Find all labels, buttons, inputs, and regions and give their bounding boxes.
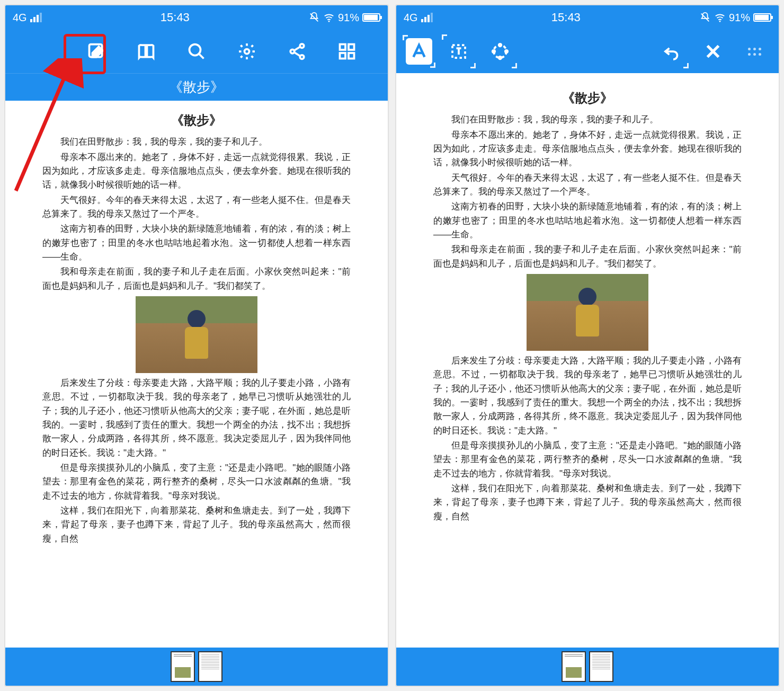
phone-left: 4G 15:43 91% (4, 4, 389, 687)
svg-point-16 (505, 50, 508, 53)
doc-heading: 《散步》 (42, 110, 351, 130)
signal-icon (421, 13, 433, 22)
svg-point-18 (493, 50, 495, 53)
mute-icon (699, 12, 711, 23)
svg-point-0 (328, 21, 330, 22)
doc-heading: 《散步》 (433, 88, 742, 108)
text-a-icon (409, 42, 429, 61)
grid-icon (337, 42, 357, 61)
svg-rect-9 (340, 53, 346, 59)
doc-para: 天气很好。今年的春天来得太迟，太迟了，有一些老人挺不住。但是春天总算来了。我的母… (433, 171, 742, 199)
doc-para: 母亲本不愿出来的。她老了，身体不好，走远一点就觉得很累。我说，正因为如此，才应该… (42, 150, 351, 192)
document-view[interactable]: 《散步》 我们在田野散步：我，我的母亲，我的妻子和儿子。 母亲本不愿出来的。她老… (5, 101, 388, 648)
thumb-page-2[interactable] (589, 651, 613, 682)
svg-point-3 (244, 49, 249, 54)
battery-icon (362, 13, 380, 22)
doc-para: 我们在田野散步：我，我的母亲，我的妻子和儿子。 (433, 113, 742, 127)
doc-para: 母亲本不愿出来的。她老了，身体不好，走远一点就觉得很累。我说，正因为如此，才应该… (433, 128, 742, 170)
undo-icon (662, 42, 681, 61)
page-thumbnails (5, 648, 388, 686)
doc-para: 这南方初春的田野，大块小块的新绿随意地铺着，有的浓，有的淡；树上的嫩芽也密了；田… (42, 222, 351, 264)
doc-para: 我和母亲走在前面，我的妻子和儿子走在后面。小家伙突然叫起来："前面也是妈妈和儿子… (42, 265, 351, 293)
textbox-icon (449, 42, 468, 61)
close-icon (703, 42, 723, 61)
svg-point-15 (499, 44, 502, 47)
annotation-toolbar (396, 30, 779, 73)
drag-handle[interactable] (740, 37, 769, 66)
doc-para: 这南方初春的田野，大块小块的新绿随意地铺着，有的浓，有的淡；树上的嫩芽也密了；田… (433, 200, 742, 242)
doc-para: 我们在田野散步：我，我的母亲，我的妻子和儿子。 (42, 135, 351, 149)
drag-icon (748, 48, 761, 56)
phone-right: 4G 15:43 91% (395, 4, 780, 687)
search-button[interactable] (182, 37, 211, 66)
network-label: 4G (404, 12, 418, 24)
signal-icon (30, 13, 42, 22)
battery-pct: 91% (338, 12, 359, 24)
text-tool-button[interactable] (406, 38, 432, 65)
gear-icon (237, 42, 256, 61)
doc-image (527, 274, 648, 351)
svg-rect-7 (340, 45, 346, 50)
status-bar: 4G 15:43 91% (396, 5, 779, 30)
textbox-tool-button[interactable] (444, 37, 474, 66)
battery-icon (753, 13, 771, 22)
svg-point-17 (499, 57, 502, 59)
document-title: 《散步》 (169, 78, 224, 96)
edit-icon (87, 42, 106, 61)
doc-para: 这样，我们在阳光下，向着那菜花、桑树和鱼塘走去。到了一处，我蹲下来，背起了母亲，… (433, 482, 742, 524)
wifi-icon (714, 12, 726, 23)
close-button[interactable] (698, 37, 728, 66)
svg-rect-8 (349, 45, 354, 50)
main-toolbar (5, 30, 388, 73)
svg-rect-10 (349, 53, 354, 59)
doc-image (136, 296, 257, 373)
clock: 15:43 (161, 11, 190, 24)
book-open-icon (137, 42, 156, 61)
doc-para: 我和母亲走在前面，我的妻子和儿子走在后面。小家伙突然叫起来："前面也是妈妈和儿子… (433, 243, 742, 271)
doc-para: 后来发生了分歧：母亲要走大路，大路平顺；我的儿子要走小路，小路有意思。不过，一切… (42, 376, 351, 460)
network-label: 4G (13, 12, 27, 24)
page-thumbnails (396, 648, 779, 686)
share-icon (288, 42, 307, 61)
doc-para: 这样，我们在阳光下，向着那菜花、桑树和鱼塘走去。到了一处，我蹲下来，背起了母亲，… (42, 504, 351, 546)
share-button[interactable] (282, 37, 312, 66)
doc-para: 天气很好。今年的春天来得太迟，太迟了，有一些老人挺不住。但是春天总算来了。我的母… (42, 193, 351, 222)
reading-button[interactable] (131, 37, 161, 66)
doc-para: 但是母亲摸摸孙儿的小脑瓜，变了主意："还是走小路吧。"她的眼随小路望去：那里有金… (433, 439, 742, 481)
shape-tool-button[interactable] (485, 37, 515, 66)
edit-button[interactable] (82, 37, 111, 66)
svg-point-12 (719, 21, 721, 22)
doc-para: 后来发生了分歧：母亲要走大路，大路平顺；我的儿子要走小路，小路有意思。不过，一切… (433, 354, 742, 438)
mute-icon (308, 12, 320, 23)
search-icon (187, 42, 206, 61)
svg-point-2 (190, 45, 201, 56)
circle-shape-icon (491, 42, 510, 61)
status-bar: 4G 15:43 91% (5, 5, 388, 30)
thumb-page-2[interactable] (198, 651, 222, 682)
document-titlebar: 《散步》 (5, 73, 388, 101)
document-view[interactable]: 《散步》 我们在田野散步：我，我的母亲，我的妻子和儿子。 母亲本不愿出来的。她老… (396, 73, 779, 648)
battery-pct: 91% (729, 12, 750, 24)
undo-button[interactable] (657, 37, 687, 66)
grid-button[interactable] (332, 37, 362, 66)
thumb-page-1[interactable] (562, 651, 586, 682)
doc-para: 但是母亲摸摸孙儿的小脑瓜，变了主意："还是走小路吧。"她的眼随小路望去：那里有金… (42, 461, 351, 503)
settings-button[interactable] (232, 37, 262, 66)
wifi-icon (323, 12, 335, 23)
clock: 15:43 (551, 11, 581, 24)
thumb-page-1[interactable] (171, 651, 195, 682)
